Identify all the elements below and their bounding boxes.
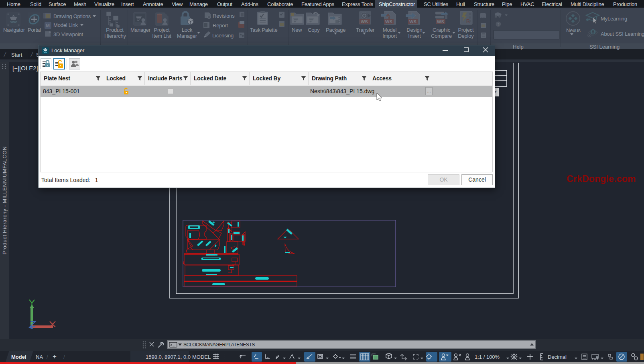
svg-text:CrkDongle.com: CrkDongle.com [567,174,636,184]
svg-text:WS: WS [385,19,392,24]
svg-text:WS: WS [437,19,444,24]
svg-text:?: ? [498,22,500,27]
svg-text:M: M [46,23,50,29]
svg-text:WS: WS [409,19,416,24]
svg-text:WS: WS [361,19,368,24]
